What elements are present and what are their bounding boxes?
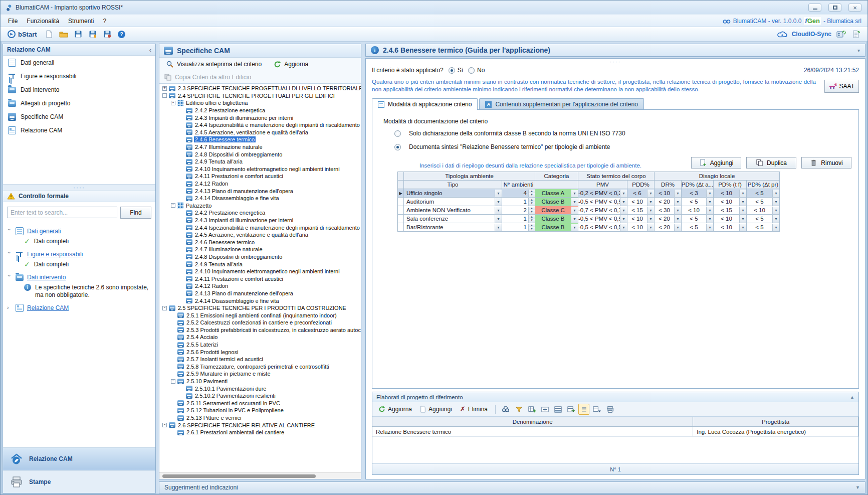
pd-dta-cell[interactable]: < 5▾ xyxy=(682,223,714,232)
doc-option[interactable]: Documenta sintesi "Relazione Benessere t… xyxy=(394,143,851,150)
tree-item-label[interactable]: 2.4.2 Prestazione energetica xyxy=(194,107,266,113)
tree-item[interactable]: 2.5.10.1 Pavimentazioni dure xyxy=(159,385,361,392)
tree-item[interactable]: 2.4.10 Inquinamento elettromagnetico neg… xyxy=(159,166,361,173)
dropdown-icon[interactable]: ▾ xyxy=(647,190,654,197)
n-ambienti-cell[interactable]: 1▲▼ xyxy=(502,198,535,206)
tree-item[interactable]: 2.5.10.2 Pavimentazioni resilienti xyxy=(159,392,361,400)
tree-item-label[interactable]: 2.4.3 Impianti di illuminazione per inte… xyxy=(194,115,294,121)
tree-item-label[interactable]: 2.4.13 Piano di manutenzione dell'opera xyxy=(194,290,294,296)
pd-dtpr-cell[interactable]: < 5▾ xyxy=(747,215,780,223)
print-icon[interactable] xyxy=(604,404,615,415)
tree-item-label[interactable]: 2.4.10 Inquinamento elettromagnetico neg… xyxy=(194,166,341,172)
controllo-node-link[interactable]: Relazione CAM xyxy=(27,304,69,311)
chevron-icon[interactable]: › xyxy=(7,304,12,310)
n-ambienti-cell[interactable]: 2▲▼ xyxy=(502,206,535,215)
spinner-icon[interactable]: ▲▼ xyxy=(528,215,535,223)
dropdown-icon[interactable]: ▾ xyxy=(571,190,578,197)
menu-item[interactable]: Funzionalità xyxy=(22,16,64,26)
dropdown-icon[interactable]: ▾ xyxy=(739,224,746,231)
chevron-up-icon[interactable]: ▲ xyxy=(850,395,854,400)
tree-item[interactable]: 2.4.4 Ispezionabilità e manutenzione deg… xyxy=(159,121,361,129)
table-row[interactable]: Ambiente NON Verificato▾ 2▲▼ Classe C▾ -… xyxy=(398,206,780,215)
radio-no[interactable]: No xyxy=(468,67,485,74)
tree-item-label[interactable]: 2.4.7 Illuminazione naturale xyxy=(194,144,264,150)
elaborati-elimina-button[interactable]: ✗ Elimina xyxy=(457,404,491,414)
splitter-handle[interactable]: ···· xyxy=(372,60,859,64)
categoria-cell[interactable]: Classe B▾ xyxy=(535,223,578,232)
dropdown-icon[interactable]: ▾ xyxy=(706,224,713,231)
tree-item-label[interactable]: 2.5.8 Tramezzature, contropareti perimet… xyxy=(185,364,330,370)
tree-item-label[interactable]: 2.4.2 Prestazione energetica xyxy=(194,210,266,216)
tree-item[interactable]: 2.4.14 Disassemblaggio e fine vita xyxy=(159,195,361,202)
sidebar-item[interactable]: Dati generali xyxy=(3,56,155,69)
controllo-node-link[interactable]: Figure e responsabili xyxy=(27,251,83,258)
tipo-cell[interactable]: Ambiente NON Verificato▾ xyxy=(404,206,502,215)
dropdown-icon[interactable]: ▾ xyxy=(495,224,502,231)
tree-item-label[interactable]: 2.4.11 Prestazioni e comfort acustici xyxy=(194,276,284,282)
dropdown-icon[interactable]: ▾ xyxy=(571,215,578,223)
tree-item[interactable]: 2.5.11 Serramenti ed oscuranti in PVC xyxy=(159,400,361,407)
scrollbar-thumb[interactable] xyxy=(162,474,316,478)
tree-item[interactable]: 2.5.8 Tramezzature, contropareti perimet… xyxy=(159,363,361,371)
tree-item[interactable]: 2.4.13 Piano di manutenzione dell'opera xyxy=(159,290,361,297)
tree-item[interactable]: 2.5.6 Prodotti legnosi xyxy=(159,348,361,356)
spinner-icon[interactable]: ▲▼ xyxy=(528,207,535,214)
table-row[interactable]: ▶ Ufficio singolo▾ 4▲▼ Classe A▾ -0,2 < … xyxy=(398,189,780,198)
export-grid-icon[interactable] xyxy=(565,404,576,415)
categoria-cell[interactable]: Classe B▾ xyxy=(535,215,578,223)
categoria-cell[interactable]: Classe A▾ xyxy=(535,189,578,198)
sidebar-item[interactable]: Dati intervento xyxy=(3,83,155,96)
expander-icon[interactable]: - xyxy=(162,93,167,98)
tree-item-label[interactable]: 2.5.12 Tubazioni in PVC e Polipropilene xyxy=(185,407,285,413)
dropdown-icon[interactable]: ▾ xyxy=(620,198,627,206)
tree-item-label[interactable]: 2.4.4 Ispezionabilità e manutenzione deg… xyxy=(194,225,361,231)
tree-item-label[interactable]: 2.4.11 Prestazioni e comfort acustici xyxy=(194,173,284,179)
minimize-button[interactable] xyxy=(808,4,821,12)
column-chooser-icon[interactable] xyxy=(591,404,602,415)
tree-item[interactable]: 2.4.12 Radon xyxy=(159,282,361,290)
dropdown-icon[interactable]: ▾ xyxy=(739,190,746,197)
aggiungi-button[interactable]: Aggiungi xyxy=(691,157,741,169)
pmv-cell[interactable]: -0,2 < PMV < 0,2▾ xyxy=(578,189,627,198)
tree-item-label[interactable]: 2.5.7 Isolanti termici ed acustici xyxy=(185,356,264,362)
pdd-cell[interactable]: < 6▾ xyxy=(627,189,655,198)
radio-button[interactable] xyxy=(394,130,401,137)
tree-item[interactable]: 2.4.3 Impianti di illuminazione per inte… xyxy=(159,217,361,224)
tree-item[interactable]: 2.4.4 Ispezionabilità e manutenzione deg… xyxy=(159,224,361,231)
tree-item-label[interactable]: 2.5.3 Prodotti prefabbricati in calcestr… xyxy=(185,327,361,333)
tree-item[interactable]: 2.5.4 Acciaio xyxy=(159,334,361,341)
help-icon[interactable]: ? xyxy=(116,29,127,40)
tree-item-label[interactable]: 2.5.10.1 Pavimentazioni dure xyxy=(194,386,267,392)
pmv-cell[interactable]: -0,5 < PMV < 0,5▾ xyxy=(578,223,627,232)
tree-item[interactable]: 2.5.12 Tubazioni in PVC e Polipropilene xyxy=(159,407,361,414)
table-row[interactable]: Auditorium▾ 1▲▼ Classe B▾ -0,5 < PMV < 0… xyxy=(398,198,780,206)
pmv-cell[interactable]: -0,7 < PMV < 0,7▾ xyxy=(578,206,627,215)
tree-item-label[interactable]: 2.4.3 Impianti di illuminazione per inte… xyxy=(194,217,294,223)
tipo-cell[interactable]: Bar/Ristorante▾ xyxy=(404,223,502,232)
dropdown-icon[interactable]: ▾ xyxy=(739,207,746,214)
contact-sync-icon[interactable] xyxy=(835,29,846,40)
dropdown-icon[interactable]: ▾ xyxy=(620,190,627,197)
tree-item[interactable]: 2.4.7 Illuminazione naturale xyxy=(159,143,361,151)
dr-cell[interactable]: < 20▾ xyxy=(655,198,682,206)
tree-item-label[interactable]: 2.4.9 Tenuta all'aria xyxy=(194,158,244,164)
tree-item[interactable]: 2.4.8 Dispositivi di ombreggiamento xyxy=(159,150,361,158)
spinner-icon[interactable]: ▲▼ xyxy=(528,190,535,197)
tree-item-label[interactable]: 2.4.4 Ispezionabilità e manutenzione deg… xyxy=(194,122,361,128)
menu-item[interactable]: ? xyxy=(98,16,111,26)
tree-item[interactable]: 2.4.7 Illuminazione naturale xyxy=(159,246,361,253)
dropdown-icon[interactable]: ▾ xyxy=(620,224,627,231)
dropdown-icon[interactable]: ▾ xyxy=(647,224,654,231)
pdd-cell[interactable]: < 15▾ xyxy=(627,206,655,215)
pd-dtpr-cell[interactable]: < 5▾ xyxy=(747,189,780,198)
tree-item[interactable]: 2.4.6 Benessere termico xyxy=(159,136,361,143)
tree-item-label[interactable]: 2.6 SPECIFICHE TECNICHE RELATIVE AL CANT… xyxy=(177,422,316,428)
dr-cell[interactable]: < 30▾ xyxy=(655,206,682,215)
dropdown-icon[interactable]: ▾ xyxy=(706,198,713,206)
filter-icon[interactable] xyxy=(513,404,524,415)
pd-dta-cell[interactable]: < 5▾ xyxy=(682,198,714,206)
dr-cell[interactable]: < 10▾ xyxy=(655,189,682,198)
dr-cell[interactable]: < 20▾ xyxy=(655,223,682,232)
find-binoculars-icon[interactable] xyxy=(500,404,511,415)
tab-contenuti-supplementari[interactable]: A Contenuti supplementari per l'applicaz… xyxy=(479,98,643,110)
